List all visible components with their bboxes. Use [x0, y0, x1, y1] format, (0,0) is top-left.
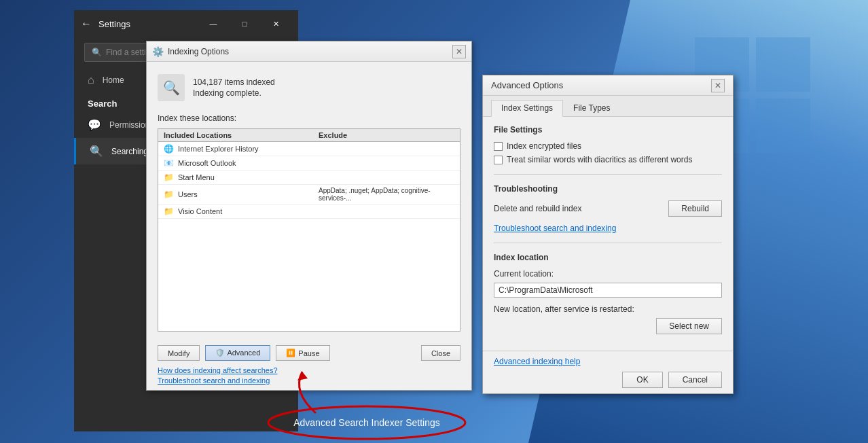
indexing-options-dialog: ⚙️ Indexing Options ✕ 🔍 104,187 items in…	[146, 41, 472, 391]
maximize-button[interactable]: □	[229, 13, 260, 35]
select-new-row: Select new	[494, 318, 722, 334]
checkbox-row-encrypted: Index encrypted files	[494, 141, 722, 151]
current-location-value: C:\ProgramData\Microsoft	[494, 283, 722, 298]
advanced-btn-icon: 🛡️	[215, 349, 225, 357]
location-name: Microsoft Outlook	[178, 159, 319, 167]
location-name: Visio Content	[178, 207, 319, 215]
advanced-help-link[interactable]: Advanced indexing help	[494, 357, 722, 366]
window-controls: — □ ✕	[198, 13, 291, 35]
pause-icon: ⏸️	[286, 349, 295, 357]
divider	[494, 174, 722, 175]
locations-label: Index these locations:	[158, 113, 460, 123]
diacritics-checkbox[interactable]	[494, 156, 503, 164]
header-included: Included Locations	[164, 131, 319, 139]
troubleshooting-label: Troubleshooting	[494, 184, 722, 194]
indexing-title: Indexing Options	[168, 47, 452, 56]
table-row[interactable]: 📁 Users AppData; .nuget; AppData; cognit…	[158, 185, 460, 205]
indexing-links: How does indexing affect searches? Troub…	[158, 366, 460, 385]
startmenu-icon: 📁	[164, 173, 174, 182]
indexing-body: 🔍 104,187 items indexed Indexing complet…	[147, 62, 471, 340]
advanced-footer-buttons: OK Cancel	[494, 372, 722, 388]
rebuild-row: Delete and rebuild index Rebuild	[494, 200, 722, 217]
indexing-info: 104,187 items indexed Indexing complete.	[193, 77, 275, 98]
ie-icon: 🌐	[164, 144, 174, 154]
indexing-footer: Modify 🛡️Advanced ⏸️ Pause Close How doe…	[147, 340, 471, 390]
close-dialog-button[interactable]: Close	[421, 345, 460, 361]
advanced-button[interactable]: 🛡️Advanced	[205, 345, 270, 361]
outlook-icon: 📧	[164, 158, 174, 168]
svg-rect-1	[756, 37, 810, 92]
ok-button[interactable]: OK	[622, 372, 662, 388]
close-button[interactable]: ✕	[260, 13, 291, 35]
table-row[interactable]: 📁 Start Menu	[158, 171, 460, 185]
indexing-close-button[interactable]: ✕	[452, 45, 466, 58]
advanced-footer: Advanced indexing help OK Cancel	[483, 351, 733, 393]
svg-rect-3	[756, 99, 810, 153]
search-icon: 🔍	[92, 48, 102, 57]
location-name: Users	[178, 190, 319, 198]
users-icon: 📁	[164, 190, 174, 199]
encrypted-checkbox[interactable]	[494, 142, 503, 151]
advanced-title: Advanced Options	[491, 80, 711, 90]
advanced-options-dialog: Advanced Options ✕ Index Settings File T…	[482, 75, 734, 394]
table-row[interactable]: 📧 Microsoft Outlook	[158, 156, 460, 171]
advanced-body: File Settings Index encrypted files Trea…	[483, 117, 733, 351]
location-exclude: AppData; .nuget; AppData; cognitive-serv…	[319, 187, 454, 202]
diacritics-label: Treat similar words with diacritics as d…	[507, 155, 692, 164]
how-does-indexing-link[interactable]: How does indexing affect searches?	[158, 366, 460, 374]
rebuild-button[interactable]: Rebuild	[668, 200, 722, 217]
checkbox-row-diacritics: Treat similar words with diacritics as d…	[494, 155, 722, 164]
home-icon: ⌂	[88, 74, 94, 86]
new-location-label: New location, after service is restarted…	[494, 304, 722, 314]
modify-button[interactable]: Modify	[158, 345, 200, 361]
location-name: Start Menu	[178, 173, 319, 181]
divider2	[494, 243, 722, 243]
cancel-button[interactable]: Cancel	[668, 372, 722, 388]
advanced-tabs: Index Settings File Types	[483, 96, 733, 117]
file-settings-label: File Settings	[494, 125, 722, 135]
minimize-button[interactable]: —	[198, 13, 229, 35]
locations-table: Included Locations Exclude 🌐 Internet Ex…	[158, 128, 460, 332]
table-row[interactable]: 📁 Visio Content	[158, 205, 460, 219]
search-nav-icon: 🔍	[90, 145, 103, 158]
troubleshoot-search-link[interactable]: Troubleshoot search and indexing	[494, 224, 722, 233]
home-label: Home	[103, 75, 124, 85]
index-location-section: Index location Current location: C:\Prog…	[494, 253, 722, 334]
indexing-status: 🔍 104,187 items indexed Indexing complet…	[158, 70, 460, 105]
location-name: Internet Explorer History	[178, 145, 319, 153]
advanced-titlebar: Advanced Options ✕	[483, 75, 733, 96]
tab-index-settings[interactable]: Index Settings	[491, 100, 563, 117]
table-header: Included Locations Exclude	[158, 129, 460, 142]
advanced-close-button[interactable]: ✕	[711, 79, 725, 92]
indexing-status-icon: 🔍	[158, 74, 185, 101]
indexing-title-icon: ⚙️	[152, 46, 164, 57]
back-button[interactable]: ←	[81, 18, 92, 30]
visio-icon: 📁	[164, 207, 174, 216]
header-exclude: Exclude	[319, 131, 454, 139]
troubleshoot-link[interactable]: Troubleshoot search and indexing	[158, 376, 460, 385]
troubleshooting-section: Troubleshooting Delete and rebuild index…	[494, 184, 722, 233]
indexing-buttons: Modify 🛡️Advanced ⏸️ Pause Close	[158, 345, 460, 361]
table-row[interactable]: 🌐 Internet Explorer History	[158, 142, 460, 156]
index-location-label: Index location	[494, 253, 722, 262]
file-settings-section: File Settings Index encrypted files Trea…	[494, 125, 722, 164]
indexing-complete: Indexing complete.	[193, 88, 275, 98]
permissions-icon: 💬	[88, 118, 101, 131]
pause-button[interactable]: ⏸️ Pause	[276, 345, 329, 361]
delete-rebuild-label: Delete and rebuild index	[494, 204, 581, 213]
items-count: 104,187 items indexed	[193, 77, 275, 87]
current-location-label: Current location:	[494, 269, 722, 279]
tab-file-types[interactable]: File Types	[563, 100, 620, 116]
select-new-button[interactable]: Select new	[656, 318, 722, 334]
settings-title: Settings	[98, 19, 130, 29]
settings-titlebar: ← Settings — □ ✕	[74, 10, 298, 37]
indexing-titlebar: ⚙️ Indexing Options ✕	[147, 41, 471, 62]
encrypted-label: Index encrypted files	[507, 141, 581, 151]
